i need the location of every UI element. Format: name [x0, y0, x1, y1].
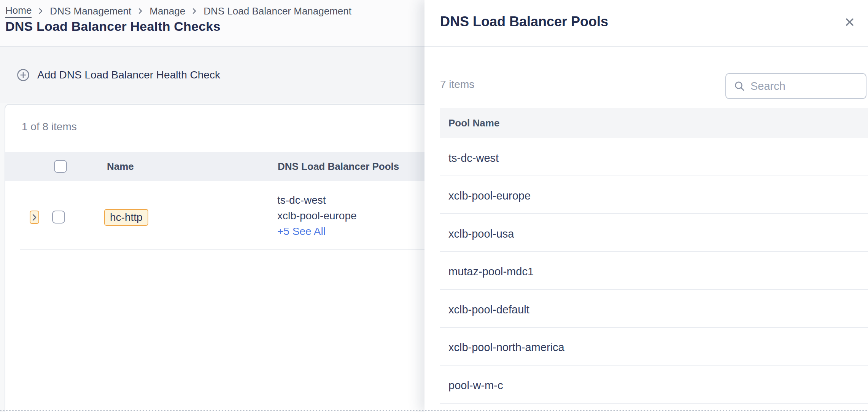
pool-name: pool-w-m-c [448, 379, 503, 392]
pool-items-count: 7 items [440, 78, 474, 91]
pool-name: ts-dc-west [448, 152, 499, 164]
pool-list: ts-dc-west xclb-pool-europe xclb-pool-us… [440, 138, 868, 404]
select-all-checkbox[interactable] [54, 160, 67, 173]
chevron-right-icon [137, 8, 143, 14]
row-checkbox[interactable] [52, 211, 65, 224]
row-pools-cell: ts-dc-west xclb-pool-europe +5 See All [277, 192, 357, 239]
column-header-name: Name [107, 161, 134, 172]
list-item: xclb-pool-default [440, 290, 868, 328]
search-input[interactable] [750, 80, 860, 93]
add-health-check-button[interactable]: Add DNS Load Balancer Health Check [17, 69, 220, 81]
add-health-check-label: Add DNS Load Balancer Health Check [37, 69, 220, 81]
pool-table-header: Pool Name [440, 108, 868, 138]
close-button[interactable] [842, 14, 857, 30]
pool-name: xclb-pool-north-america [448, 341, 564, 354]
see-all-link[interactable]: +5 See All [277, 224, 357, 239]
chevron-right-icon [38, 8, 44, 14]
pool-search [725, 73, 866, 99]
pool-name: mutaz-pool-mdc1 [448, 265, 534, 278]
pool-value: xclb-pool-europe [277, 208, 357, 224]
close-icon [844, 16, 855, 28]
list-item: mutaz-pool-mdc1 [440, 252, 868, 290]
drawer-header-divider [424, 46, 868, 47]
list-item: pool-w-m-c [440, 366, 868, 404]
list-item: ts-dc-west [440, 138, 868, 176]
page-title: DNS Load Balancer Health Checks [5, 19, 221, 34]
column-header-pool-name: Pool Name [448, 117, 499, 129]
pool-value: ts-dc-west [277, 192, 357, 208]
column-header-pools: DNS Load Balancer Pools [278, 161, 399, 172]
plus-circle-icon [17, 69, 30, 81]
page-bottom-dotted-edge [0, 410, 868, 411]
pool-name: xclb-pool-default [448, 303, 529, 316]
drawer-title: DNS Load Balancer Pools [440, 14, 608, 30]
chevron-right-icon [32, 214, 37, 221]
health-check-name-cell[interactable]: hc-http [104, 209, 148, 226]
search-icon [734, 80, 745, 92]
breadcrumb-home[interactable]: Home [5, 5, 32, 18]
row-expand-button[interactable] [30, 211, 39, 224]
dns-pools-drawer: DNS Load Balancer Pools 7 items Pool Nam… [424, 0, 868, 412]
table-items-count: 1 of 8 items [22, 121, 77, 133]
breadcrumb-dns-management[interactable]: DNS Management [50, 5, 131, 17]
list-item: xclb-pool-europe [440, 176, 868, 214]
chevron-right-icon [191, 8, 197, 14]
breadcrumb-manage[interactable]: Manage [149, 5, 185, 17]
pool-name: xclb-pool-usa [448, 228, 514, 240]
list-item: xclb-pool-usa [440, 214, 868, 252]
breadcrumb: Home DNS Management Manage DNS Load Bala… [5, 5, 351, 18]
list-item: xclb-pool-north-america [440, 328, 868, 366]
breadcrumb-dns-load-balancer-management: DNS Load Balancer Management [203, 5, 351, 17]
pool-name: xclb-pool-europe [448, 190, 531, 202]
